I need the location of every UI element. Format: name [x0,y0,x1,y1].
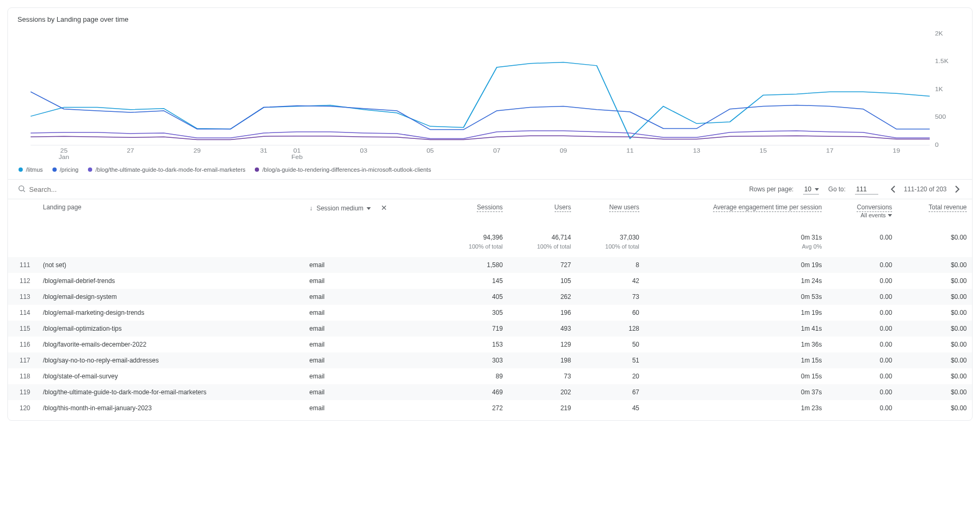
table-row[interactable]: 112 /blog/email-debrief-trends email 145… [8,273,972,289]
col-users[interactable]: Users [508,199,576,223]
svg-line-23 [23,190,25,192]
legend-swatch-icon [88,167,92,172]
table-row[interactable]: 115 /blog/email-optimization-tips email … [8,321,972,337]
legend-item[interactable]: /pricing [52,166,78,173]
svg-text:2K: 2K [935,31,943,37]
svg-text:11: 11 [626,148,634,154]
line-chart: 05001K1.5K2K2527293101030507091113151719… [17,29,963,161]
svg-text:31: 31 [260,148,268,154]
rows-per-page-select[interactable]: 10 [803,184,818,195]
clear-secondary-dimension-button[interactable]: ✕ [381,204,387,212]
goto-input[interactable] [855,184,878,195]
svg-text:25: 25 [60,148,68,154]
totals-row: 94,396 46,714 37,030 0m 31s 0.00 $0.00 [8,223,972,243]
legend-label: /blog/a-guide-to-rendering-differences-i… [262,166,431,173]
table-row[interactable]: 118 /blog/state-of-email-survey email 89… [8,368,972,384]
legend-swatch-icon [255,167,259,172]
table-row[interactable]: 111 (not set) email 1,580 727 8 0m 19s 0… [8,257,972,273]
table-toolbar: Rows per page: 10 Go to: 111-120 of 203 [8,179,972,199]
table-row[interactable]: 119 /blog/the-ultimate-guide-to-dark-mod… [8,384,972,400]
svg-point-22 [19,186,24,190]
chart-title: Sessions by Landing page over time [8,8,972,26]
svg-text:1K: 1K [935,86,943,92]
svg-text:01: 01 [293,148,301,154]
svg-text:07: 07 [493,148,501,154]
legend-item[interactable]: /litmus [19,166,43,173]
svg-text:09: 09 [560,148,567,154]
svg-text:03: 03 [360,148,368,154]
chart-legend: /litmus/pricing/blog/the-ultimate-guide-… [8,161,972,179]
svg-text:29: 29 [193,148,201,154]
page-range: 111-120 of 203 [904,186,947,193]
rows-per-page-label: Rows per page: [749,186,794,193]
goto-label: Go to: [828,186,846,193]
svg-text:Feb: Feb [291,154,302,160]
table-body: 111 (not set) email 1,580 727 8 0m 19s 0… [8,257,972,416]
legend-label: /litmus [26,166,43,173]
table-row[interactable]: 113 /blog/email-design-system email 405 … [8,289,972,305]
legend-item[interactable]: /blog/the-ultimate-guide-to-dark-mode-fo… [88,166,245,173]
col-session-medium[interactable]: ↓ Session medium ✕ [304,199,440,223]
legend-swatch-icon [52,167,57,172]
col-landing-page[interactable]: Landing page [38,199,304,223]
col-total-revenue[interactable]: Total revenue [897,199,972,223]
legend-swatch-icon [19,167,23,172]
svg-text:15: 15 [760,148,767,154]
svg-text:Jan: Jan [59,154,69,160]
search-input[interactable] [29,186,188,193]
col-new-users[interactable]: New users [576,199,645,223]
svg-text:1.5K: 1.5K [935,59,949,65]
legend-label: /blog/the-ultimate-guide-to-dark-mode-fo… [95,166,245,173]
col-conversions[interactable]: Conversions All events [827,199,897,223]
table-row[interactable]: 117 /blog/say-no-to-no-reply-email-addre… [8,352,972,368]
table-row[interactable]: 114 /blog/email-marketing-design-trends … [8,305,972,321]
data-table: Landing page ↓ Session medium ✕ Sessions… [8,199,972,416]
report-card: Sessions by Landing page over time 05001… [7,7,973,421]
sort-arrow-icon: ↓ [309,205,313,212]
col-avg-engagement[interactable]: Average engagement time per session [645,199,827,223]
svg-text:17: 17 [826,148,834,154]
svg-text:13: 13 [693,148,700,154]
svg-text:0: 0 [935,142,939,148]
svg-text:27: 27 [127,148,134,154]
svg-text:05: 05 [426,148,434,154]
prev-page-button[interactable] [888,184,898,195]
svg-text:19: 19 [893,148,900,154]
next-page-button[interactable] [952,184,963,195]
search-icon [17,184,26,195]
table-row[interactable]: 120 /blog/this-month-in-email-january-20… [8,400,972,416]
col-sessions[interactable]: Sessions [440,199,508,223]
chart-area: 05001K1.5K2K2527293101030507091113151719… [8,26,972,161]
svg-text:500: 500 [935,114,946,120]
conversions-event-picker[interactable]: All events [860,212,892,218]
legend-item[interactable]: /blog/a-guide-to-rendering-differences-i… [255,166,431,173]
table-row[interactable]: 116 /blog/favorite-emails-december-2022 … [8,337,972,352]
legend-label: /pricing [60,166,78,173]
totals-sub-row: 100% of total 100% of total 100% of tota… [8,243,972,257]
